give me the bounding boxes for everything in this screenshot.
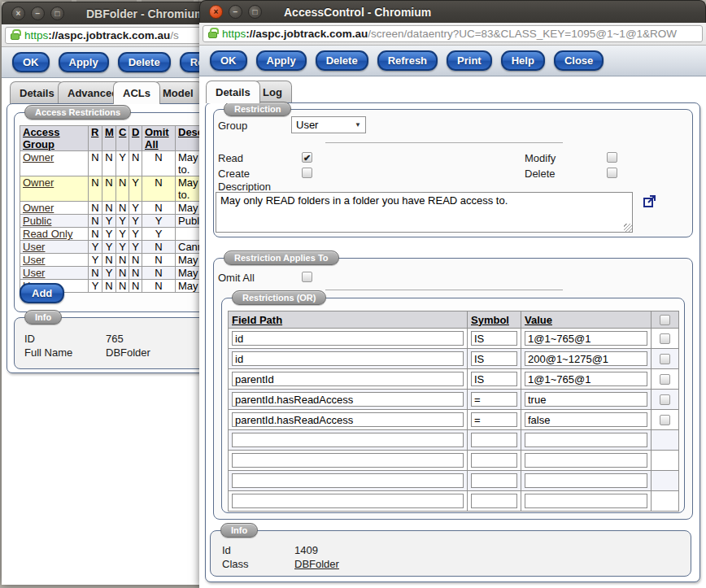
description-label: Description <box>218 181 271 193</box>
symbol-input[interactable] <box>471 453 517 468</box>
flag-cell: Y <box>142 215 176 228</box>
value-input[interactable] <box>525 433 647 447</box>
value-input[interactable] <box>525 331 647 346</box>
delete-checkbox[interactable] <box>607 168 617 178</box>
select-all-checkbox[interactable] <box>660 315 670 325</box>
value-input[interactable] <box>525 453 647 468</box>
address-bar[interactable]: https://aspc.jobtrack.com.au/screen/data… <box>203 25 703 42</box>
accesscontrol-titlebar[interactable]: × − □ AccessControl - Chromium <box>199 0 706 23</box>
value-input[interactable] <box>525 473 647 488</box>
omit-all-checkbox[interactable] <box>302 272 312 282</box>
tab-details[interactable]: Details <box>10 81 64 104</box>
value-input[interactable] <box>525 412 647 427</box>
symbol-input[interactable] <box>471 494 517 508</box>
read-checkbox[interactable] <box>302 152 312 163</box>
row-checkbox[interactable] <box>660 374 670 385</box>
field-path-input[interactable] <box>232 372 464 386</box>
ok-button[interactable]: OK <box>210 50 247 71</box>
apply-button[interactable]: Apply <box>256 50 307 71</box>
flag-cell: N <box>116 280 129 293</box>
row-checkbox[interactable] <box>660 415 670 425</box>
access-group-link[interactable]: Owner <box>23 151 54 163</box>
flag-cell: N <box>142 254 176 267</box>
symbol-input[interactable] <box>471 433 517 447</box>
resize-grip[interactable] <box>624 224 632 232</box>
table-row <box>229 410 679 430</box>
info-legend: Info <box>220 523 258 538</box>
class-link[interactable]: DBFolder <box>294 558 339 570</box>
delete-button[interactable]: Delete <box>118 52 171 72</box>
minimize-icon[interactable]: − <box>31 7 45 20</box>
modify-checkbox[interactable] <box>607 152 617 163</box>
group-select[interactable]: User ▼ <box>291 116 366 133</box>
delete-button[interactable]: Delete <box>316 50 368 71</box>
field-path-input[interactable] <box>232 494 464 508</box>
access-group-link[interactable]: Read Only <box>23 228 72 240</box>
refresh-button[interactable]: Refresh <box>377 50 438 71</box>
value-input[interactable] <box>525 494 647 508</box>
access-group-link[interactable]: User <box>23 267 45 279</box>
field-path-input[interactable] <box>232 453 464 468</box>
create-checkbox[interactable] <box>302 168 312 178</box>
symbol-input[interactable] <box>471 331 517 346</box>
flag-cell: N <box>89 176 102 202</box>
table-row <box>229 471 679 491</box>
flag-cell: N <box>102 151 116 176</box>
field-path-input[interactable] <box>232 473 464 488</box>
minimize-icon[interactable]: − <box>229 5 242 19</box>
flag-cell: N <box>89 215 102 228</box>
value-input[interactable] <box>525 392 647 407</box>
https-lock-icon <box>11 33 20 40</box>
flag-cell: Y <box>129 202 142 215</box>
close-button[interactable]: Close <box>554 50 604 71</box>
maximize-icon[interactable]: □ <box>248 5 262 19</box>
field-path-input[interactable] <box>232 392 464 407</box>
symbol-input[interactable] <box>471 351 517 366</box>
col-symbol: Symbol <box>468 311 521 329</box>
field-path-input[interactable] <box>232 331 464 346</box>
tab-details[interactable]: Details <box>206 81 260 103</box>
symbol-input[interactable] <box>471 473 517 488</box>
symbol-input[interactable] <box>471 412 517 427</box>
symbol-input[interactable] <box>471 372 517 386</box>
delete-label: Delete <box>525 168 556 180</box>
ok-button[interactable]: OK <box>12 52 50 72</box>
field-path-input[interactable] <box>232 351 464 366</box>
access-group-link[interactable]: Public <box>23 215 51 227</box>
value-input[interactable] <box>525 372 647 386</box>
maximize-icon[interactable]: □ <box>50 7 64 20</box>
row-select-cell <box>652 430 679 451</box>
field-path-input[interactable] <box>232 433 464 447</box>
row-select-cell <box>652 390 679 410</box>
description-textarea[interactable]: May only READ folders in a folder you ha… <box>216 192 633 233</box>
close-icon[interactable]: × <box>209 5 223 19</box>
row-checkbox[interactable] <box>660 354 670 364</box>
flag-cell: N <box>142 241 176 254</box>
flag-cell: N <box>102 176 116 202</box>
flag-cell: N <box>142 151 176 176</box>
access-group-link[interactable]: Owner <box>23 176 54 189</box>
close-icon[interactable]: × <box>11 7 25 20</box>
tab-model[interactable]: Model <box>153 81 203 104</box>
apply-button[interactable]: Apply <box>59 52 109 72</box>
row-checkbox[interactable] <box>660 394 670 405</box>
print-button[interactable]: Print <box>447 50 492 71</box>
access-group-link[interactable]: Owner <box>23 202 54 214</box>
window-title: DBFolder - Chromium <box>86 7 204 20</box>
row-checkbox[interactable] <box>660 333 670 344</box>
table-row <box>229 451 679 471</box>
field-path-input[interactable] <box>232 412 464 427</box>
access-group-link[interactable]: User <box>23 254 45 266</box>
access-group-cell: User <box>20 254 89 267</box>
tab-acls[interactable]: ACLs <box>113 81 160 104</box>
flag-cell: N <box>116 254 129 267</box>
value-input[interactable] <box>525 351 647 366</box>
add-button[interactable]: Add <box>20 283 64 303</box>
help-button[interactable]: Help <box>501 50 545 71</box>
accesscontrol-toolbar: OKApplyDeleteRefreshPrintHelpClose <box>199 46 706 76</box>
access-group-link[interactable]: User <box>23 241 45 253</box>
access-group-cell: Owner <box>20 151 89 176</box>
open-in-window-icon[interactable] <box>643 194 657 208</box>
col-select-all <box>652 311 679 329</box>
symbol-input[interactable] <box>471 392 517 407</box>
